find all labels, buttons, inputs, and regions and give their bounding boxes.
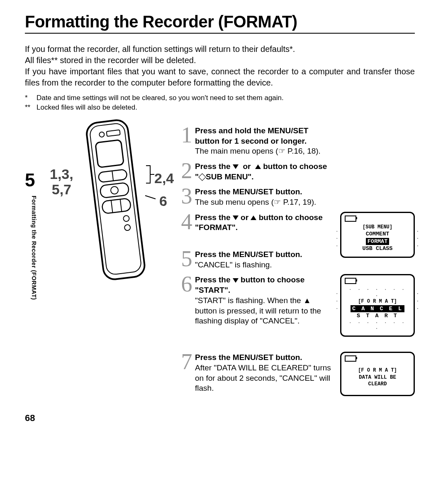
step-number: 4 [178, 212, 195, 233]
callout-left: 1,3,5,7 [50, 167, 73, 198]
footnote-text: Date and time settings will not be clear… [37, 93, 284, 103]
callout-right-bottom: 6 [159, 193, 167, 209]
step-4: 4 Press the or button to choose "FORMAT"… [178, 212, 333, 233]
step-6: 6 Press the button to choose "START". "S… [178, 274, 333, 326]
footnotes: *Date and time settings will not be clea… [25, 93, 415, 113]
chapter-number: 5 [25, 170, 35, 191]
down-arrow-icon [233, 164, 239, 169]
up-arrow-icon [255, 164, 261, 169]
footnote-mark: ** [25, 103, 37, 113]
intro-text: If you format the recorder, all function… [25, 44, 415, 88]
step-number: 6 [178, 274, 195, 326]
diamond-icon [198, 173, 206, 181]
step-number: 5 [178, 249, 195, 270]
down-arrow-icon [233, 278, 239, 283]
step-number: 7 [178, 352, 195, 394]
step-1: 1 Press and hold the MENU/SET button for… [178, 125, 333, 157]
step-7: 7 Press the MENU/SET button. After "DATA… [178, 352, 333, 394]
svg-line-14 [145, 196, 156, 199]
battery-icon [345, 278, 356, 284]
recorder-icon [75, 117, 158, 291]
intro-line: All files** stored in the recorder will … [25, 56, 196, 65]
step-5: 5 Press the MENU/SET button. "CANCEL" is… [178, 249, 333, 270]
lcd-data-cleared: [F O R M A T] DATA WILL BE CLEARD [340, 352, 415, 396]
battery-icon [345, 216, 356, 222]
step-2: 2 Press the or button to choose "SUB MEN… [178, 161, 333, 182]
device-illustration: 1,3,5,7 2,4 6 [50, 125, 178, 399]
lcd-submenu: ··· ··· [SUB MENU] COMMENT FORMAT USB CL… [340, 212, 415, 258]
page-number: 68 [25, 413, 415, 424]
side-tab-label: Formatting the Recorder (FORMAT) [31, 196, 37, 300]
steps-column: 1 Press and hold the MENU/SET button for… [178, 125, 415, 399]
step-number: 3 [178, 186, 195, 207]
lcd-format-cancel: ··· ··· · · · · · · · · [F O R M A T] C … [340, 274, 415, 337]
down-arrow-icon [233, 216, 239, 220]
svg-rect-2 [95, 140, 124, 167]
step-number: 2 [178, 161, 195, 182]
step-3: 3 Press the MENU/SET button. The sub men… [178, 186, 333, 207]
svg-point-13 [124, 224, 131, 231]
intro-line: If you format the recorder, all function… [25, 44, 295, 54]
footnote-text: Locked files will also be deleted. [37, 103, 137, 113]
title-rule [25, 33, 415, 34]
svg-point-12 [123, 215, 130, 222]
battery-icon [345, 355, 356, 362]
footnote-mark: * [25, 93, 37, 103]
svg-point-8 [110, 186, 119, 194]
page-title: Formatting the Recorder (FORMAT) [25, 12, 415, 31]
step-number: 1 [178, 125, 195, 157]
intro-line: If you have important files that you wan… [25, 67, 415, 87]
up-arrow-icon [251, 216, 256, 220]
